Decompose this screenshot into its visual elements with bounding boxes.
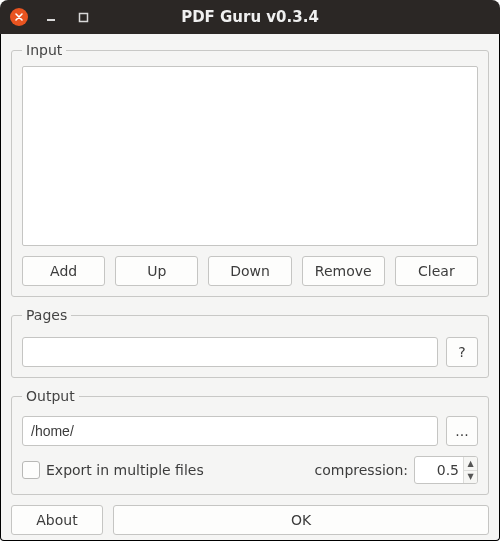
input-legend: Input [22, 42, 66, 58]
about-button[interactable]: About [11, 505, 103, 535]
titlebar: PDF Guru v0.3.4 [0, 0, 500, 34]
pages-group: Pages ? [11, 307, 489, 378]
pages-help-button[interactable]: ? [446, 337, 478, 367]
browse-button[interactable]: ... [446, 416, 478, 446]
remove-button[interactable]: Remove [302, 256, 385, 286]
pages-input[interactable] [22, 337, 438, 367]
down-button[interactable]: Down [208, 256, 291, 286]
compression-spinner[interactable]: 0.5 ▲ ▼ [414, 456, 478, 484]
close-icon[interactable] [10, 8, 28, 26]
export-multiple-label: Export in multiple files [46, 462, 204, 478]
output-legend: Output [22, 388, 79, 404]
compression-down-icon[interactable]: ▼ [464, 471, 477, 484]
svg-rect-0 [47, 19, 55, 21]
maximize-icon[interactable] [74, 8, 92, 26]
export-multiple-checkbox[interactable] [22, 461, 40, 479]
up-button[interactable]: Up [115, 256, 198, 286]
add-button[interactable]: Add [22, 256, 105, 286]
output-group: Output ... Export in multiple files comp… [11, 388, 489, 495]
minimize-icon[interactable] [42, 8, 60, 26]
compression-label: compression: [315, 462, 408, 478]
pages-legend: Pages [22, 307, 71, 323]
ok-button[interactable]: OK [113, 505, 489, 535]
compression-value[interactable]: 0.5 [415, 457, 463, 483]
window-body: Input Add Up Down Remove Clear Pages ? O… [0, 34, 500, 541]
clear-button[interactable]: Clear [395, 256, 478, 286]
output-path-input[interactable] [22, 416, 438, 446]
input-group: Input Add Up Down Remove Clear [11, 42, 489, 297]
svg-rect-1 [79, 13, 87, 21]
input-file-list[interactable] [22, 66, 478, 246]
compression-up-icon[interactable]: ▲ [464, 457, 477, 471]
